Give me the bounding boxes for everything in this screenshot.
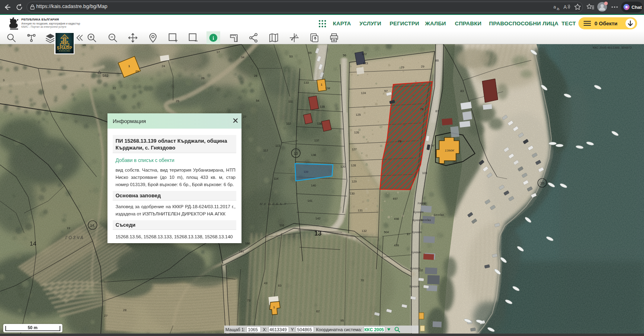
svg-text:127: 127 (352, 148, 357, 151)
svg-text:ГОЗЧА: ГОЗЧА (65, 236, 84, 240)
svg-text:126: 126 (354, 131, 359, 134)
svg-text:ぁ: ぁ (556, 6, 560, 10)
svg-text:73: 73 (247, 299, 250, 302)
svg-text:54: 54 (256, 99, 259, 102)
svg-text:120: 120 (341, 165, 346, 168)
svg-text:13: 13 (294, 152, 298, 156)
svg-text:ККС 2005 4613366, 504972: ККС 2005 4613366, 504972 (592, 46, 632, 49)
svg-text:29: 29 (401, 66, 404, 69)
svg-text:124: 124 (361, 91, 366, 95)
svg-text:497: 497 (393, 197, 398, 201)
svg-text:117: 117 (263, 149, 268, 152)
svg-text:83: 83 (460, 89, 464, 93)
svg-text:55: 55 (308, 51, 312, 55)
svg-text:78: 78 (398, 139, 401, 143)
svg-text:i: i (213, 35, 214, 41)
svg-text:1: 1 (273, 306, 275, 309)
svg-text:1: 1 (321, 83, 322, 86)
svg-text:20: 20 (540, 181, 544, 185)
svg-text:139: 139 (303, 170, 308, 173)
svg-text:a: a (553, 4, 556, 9)
svg-text:Бунгало: Бунгало (412, 231, 422, 234)
svg-text:136: 136 (317, 122, 322, 125)
svg-text:141: 141 (308, 199, 313, 203)
svg-text:Беседка: Беседка (434, 213, 444, 216)
svg-text:160: 160 (245, 242, 250, 245)
svg-text:"А": "А" (431, 144, 435, 147)
svg-text:263: 263 (453, 160, 457, 163)
svg-text:95: 95 (341, 319, 344, 322)
svg-text:14.: 14. (90, 223, 95, 227)
svg-text:28: 28 (123, 308, 126, 312)
svg-text:130: 130 (350, 192, 355, 195)
svg-text:16: 16 (83, 44, 86, 47)
svg-text:43: 43 (264, 281, 267, 285)
svg-text:29: 29 (421, 65, 424, 68)
svg-text:14: 14 (30, 240, 37, 247)
svg-text:Бунгало: Бунгало (414, 211, 424, 214)
svg-text:122: 122 (362, 52, 367, 56)
svg-text:128: 128 (351, 164, 356, 167)
svg-text:111: 111 (288, 100, 293, 103)
svg-text:116: 116 (279, 223, 284, 227)
svg-text:13: 13 (314, 230, 322, 237)
svg-text:27: 27 (104, 314, 107, 318)
svg-text:113: 113 (275, 144, 280, 148)
svg-text:50 m: 50 m (28, 325, 37, 330)
svg-text:137: 137 (314, 139, 320, 142)
svg-text:Хангар: Хангар (417, 202, 426, 205)
svg-text:Бунгало: Бунгало (411, 267, 421, 270)
svg-text:498: 498 (394, 217, 399, 221)
svg-text:129: 129 (352, 180, 357, 183)
svg-text:56: 56 (343, 53, 346, 57)
svg-text:17: 17 (217, 50, 220, 54)
svg-text:125: 125 (356, 113, 361, 117)
svg-text:78: 78 (420, 107, 423, 111)
svg-text:112: 112 (286, 122, 291, 125)
svg-text:1ЗМЖ: 1ЗМЖ (445, 149, 454, 152)
svg-text:131: 131 (358, 209, 363, 212)
svg-text:24: 24 (162, 64, 165, 68)
svg-text:138: 138 (311, 153, 316, 157)
svg-text:63: 63 (278, 284, 281, 287)
svg-text:114: 114 (274, 177, 279, 180)
svg-text:582: 582 (102, 74, 108, 78)
svg-text:132: 132 (362, 229, 367, 233)
svg-text:103: 103 (422, 171, 427, 175)
svg-text:87: 87 (436, 109, 439, 113)
svg-text:123: 123 (363, 61, 368, 65)
svg-text:МЕШЕБЪЛ: МЕШЕБЪЛ (260, 202, 287, 206)
svg-text:SHARP: SHARP (57, 46, 72, 50)
svg-text:504: 504 (384, 230, 389, 234)
svg-text:1: 1 (128, 64, 130, 68)
svg-text:133: 133 (304, 81, 309, 84)
svg-text:161: 161 (239, 250, 244, 253)
svg-text:Бунгало: Бунгало (411, 251, 421, 254)
svg-text:142: 142 (316, 217, 321, 220)
svg-text:Беседка: Беседка (421, 219, 431, 221)
svg-text:65: 65 (136, 70, 139, 73)
svg-text:Бунгало: Бунгало (410, 285, 420, 288)
svg-text:86: 86 (436, 59, 439, 62)
svg-text:53: 53 (289, 55, 293, 58)
svg-text:135: 135 (320, 105, 325, 109)
svg-text:3: 3 (3, 78, 4, 82)
svg-text:87: 87 (407, 232, 410, 236)
svg-text:499: 499 (394, 244, 399, 247)
svg-text:22: 22 (113, 86, 116, 90)
svg-text:A: A (564, 4, 567, 10)
svg-text:134: 134 (325, 86, 330, 90)
svg-text:26: 26 (201, 76, 204, 80)
svg-text:19: 19 (67, 226, 70, 230)
svg-text:27: 27 (243, 115, 246, 119)
svg-text:70: 70 (361, 279, 364, 282)
svg-text:MOMCHILGRAD: MOMCHILGRAD (59, 50, 70, 52)
svg-text:62: 62 (316, 309, 320, 313)
svg-text:140: 140 (311, 184, 316, 187)
svg-text:34: 34 (241, 55, 244, 59)
svg-text:25: 25 (176, 99, 179, 103)
svg-text:28: 28 (254, 74, 257, 78)
svg-text:57: 57 (384, 89, 388, 93)
